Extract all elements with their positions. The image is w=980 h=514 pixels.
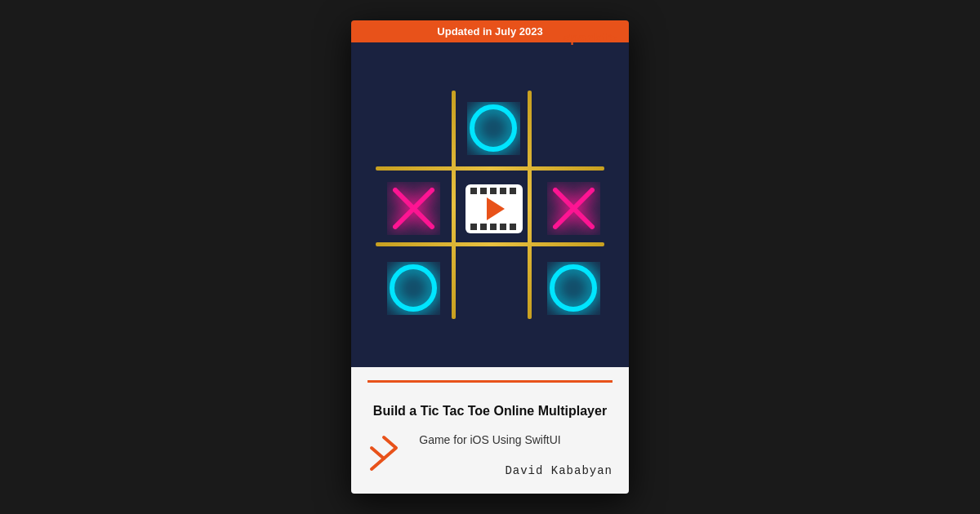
svg-point-6 xyxy=(552,267,595,309)
svg-point-5 xyxy=(392,267,434,309)
tictactoe-grid xyxy=(376,91,604,319)
cell-0-0 xyxy=(376,91,452,166)
cell-0-1 xyxy=(456,91,532,166)
cover-art xyxy=(351,42,629,367)
chevron-decoration xyxy=(368,433,400,477)
cell-2-0 xyxy=(376,250,452,326)
cell-2-2 xyxy=(536,250,612,326)
svg-point-0 xyxy=(472,107,514,149)
cell-1-1 xyxy=(456,171,532,246)
author-section: David Kababyan xyxy=(368,464,612,477)
cell-1-2 xyxy=(536,171,612,246)
packt-logo: <packt> xyxy=(563,30,617,46)
cell-1-0 xyxy=(376,171,452,246)
video-play-icon[interactable] xyxy=(466,184,523,233)
author-name: David Kababyan xyxy=(505,464,612,477)
cover-bottom: Build a Tic Tac Toe Online Multiplayer G… xyxy=(351,367,629,494)
book-subtitle: Game for iOS Using SwiftUI xyxy=(368,433,612,446)
book-title: Build a Tic Tac Toe Online Multiplayer xyxy=(368,402,612,420)
cell-0-2 xyxy=(536,91,612,166)
cell-2-1 xyxy=(456,250,532,326)
separator-line xyxy=(368,380,612,383)
play-triangle xyxy=(487,197,505,220)
book-cover: <packt> Updated in July 2023 xyxy=(351,20,629,494)
